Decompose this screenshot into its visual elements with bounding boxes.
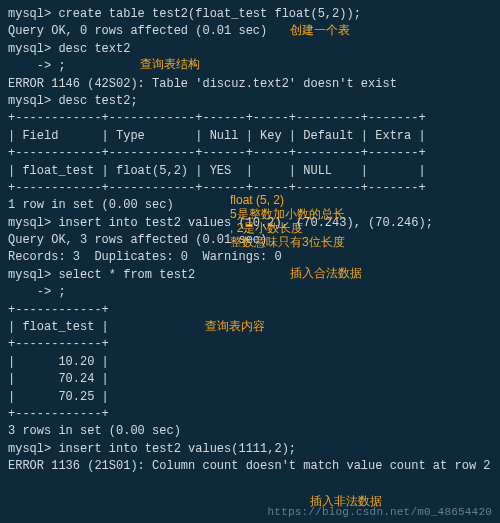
term-line: +------------+------------+------+-----+… bbox=[8, 110, 492, 127]
term-line: -> ; bbox=[8, 58, 492, 75]
term-line: +------------+ bbox=[8, 302, 492, 319]
annotation-float-3: 整数意味只有3位长度 bbox=[230, 234, 345, 251]
term-line: mysql> desc test2; bbox=[8, 93, 492, 110]
watermark: https://blog.csdn.net/m0_48654420 bbox=[268, 505, 492, 521]
term-line: +------------+ bbox=[8, 336, 492, 353]
term-line: | 70.24 | bbox=[8, 371, 492, 388]
annotation-select: 查询表内容 bbox=[205, 318, 265, 335]
term-line: mysql> desc text2 bbox=[8, 41, 492, 58]
term-line: | 70.25 | bbox=[8, 389, 492, 406]
term-line: 3 rows in set (0.00 sec) bbox=[8, 423, 492, 440]
annotation-insert-legal: 插入合法数据 bbox=[290, 265, 362, 282]
term-line: | 10.20 | bbox=[8, 354, 492, 371]
term-line: Query OK, 0 rows affected (0.01 sec) bbox=[8, 23, 492, 40]
term-line: ERROR 1136 (21S01): Column count doesn't… bbox=[8, 458, 492, 475]
term-line: -> ; bbox=[8, 284, 492, 301]
term-line: +------------+------------+------+-----+… bbox=[8, 145, 492, 162]
term-line: mysql> insert into test2 values(1111,2); bbox=[8, 441, 492, 458]
term-line: ERROR 1146 (42S02): Table 'discuz.text2'… bbox=[8, 76, 492, 93]
term-line: mysql> select * from test2 bbox=[8, 267, 492, 284]
term-line: +------------+ bbox=[8, 406, 492, 423]
term-line: mysql> create table test2(float_test flo… bbox=[8, 6, 492, 23]
term-line: | float_test | float(5,2) | YES | | NULL… bbox=[8, 163, 492, 180]
term-line: | Field | Type | Null | Key | Default | … bbox=[8, 128, 492, 145]
term-line: Records: 3 Duplicates: 0 Warnings: 0 bbox=[8, 249, 492, 266]
annotation-create-table: 创建一个表 bbox=[290, 22, 350, 39]
annotation-desc-table: 查询表结构 bbox=[140, 56, 200, 73]
